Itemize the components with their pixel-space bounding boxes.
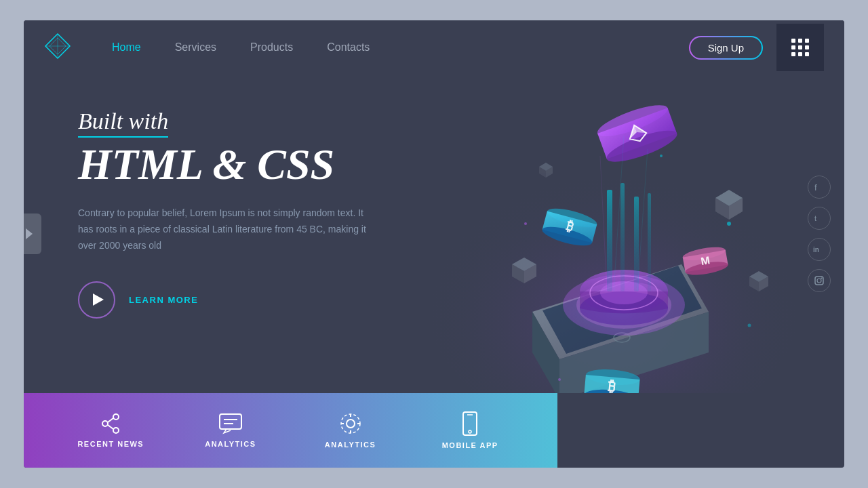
signup-button-wrapper[interactable]: Sign Up (689, 36, 763, 60)
svg-point-72 (347, 420, 355, 428)
built-with-label: Built with (78, 108, 168, 138)
svg-point-55 (748, 324, 751, 327)
chevron-right-icon (26, 228, 33, 239)
svg-point-53 (727, 222, 731, 226)
bottom-label-mobile: MOBILE APP (442, 441, 498, 449)
linkedin-icon[interactable]: in (808, 238, 831, 261)
svg-rect-16 (648, 193, 651, 291)
cta-row: LEARN MORE (78, 281, 417, 319)
learn-more-link[interactable]: LEARN MORE (129, 295, 198, 305)
svg-point-62 (817, 279, 821, 283)
built-with-text: Built with (78, 108, 417, 141)
nav-home[interactable]: Home (112, 41, 141, 54)
bottom-label-news: ANALYTICS (205, 440, 256, 448)
social-sidebar: f t in (808, 176, 831, 292)
prev-arrow-button[interactable] (24, 214, 41, 254)
signup-button[interactable]: Sign Up (690, 37, 762, 58)
hero-illustration: ₿ M ₿ (424, 75, 804, 393)
nav-services[interactable]: Services (175, 41, 216, 54)
nav-products[interactable]: Products (250, 41, 293, 54)
svg-text:₿: ₿ (608, 378, 616, 393)
play-button[interactable] (78, 281, 115, 319)
bottom-label-analytics: ANALYTICS (325, 441, 376, 449)
headline-text: HTML & CSS (78, 141, 417, 188)
logo[interactable] (44, 33, 112, 62)
bottom-items: RECENT NEWS ANALYTICS (51, 411, 530, 449)
bottom-label-share: RECENT NEWS (77, 440, 144, 448)
main-wrapper: Home Services Products Contacts Sign Up (24, 20, 844, 468)
svg-point-80 (469, 430, 471, 433)
svg-rect-13 (607, 190, 612, 291)
grid-dots-icon (791, 39, 809, 56)
bottom-item-mobile[interactable]: MOBILE APP (410, 411, 530, 449)
svg-line-68 (108, 425, 113, 429)
page-container: Home Services Products Contacts Sign Up (24, 20, 844, 468)
mobile-icon (462, 411, 478, 436)
svg-rect-69 (220, 414, 241, 429)
svg-text:f: f (814, 182, 817, 192)
chat-icon (218, 413, 243, 434)
nav-links: Home Services Products Contacts (112, 41, 689, 54)
bottom-item-share[interactable]: RECENT NEWS (51, 413, 171, 448)
navbar: Home Services Products Contacts Sign Up (24, 20, 844, 75)
twitter-icon[interactable]: t (808, 207, 831, 230)
svg-point-64 (102, 421, 108, 426)
svg-point-73 (341, 414, 360, 433)
svg-point-63 (821, 278, 823, 279)
facebook-icon[interactable]: f (808, 176, 831, 199)
svg-text:in: in (813, 246, 819, 253)
svg-rect-15 (634, 197, 639, 291)
svg-point-66 (113, 428, 119, 433)
hero-section: Built with HTML & CSS Contrary to popula… (24, 75, 844, 393)
svg-point-54 (524, 222, 527, 225)
share-icon (100, 413, 121, 434)
svg-rect-78 (463, 412, 477, 435)
svg-point-57 (660, 155, 663, 157)
bottom-bar: RECENT NEWS ANALYTICS (24, 393, 557, 468)
bottom-item-analytics[interactable]: ANALYTICS (290, 412, 410, 449)
svg-text:t: t (814, 214, 816, 222)
svg-point-65 (113, 414, 119, 420)
nav-right: Sign Up (689, 36, 763, 60)
instagram-icon[interactable] (808, 269, 831, 292)
svg-line-67 (108, 418, 113, 422)
bottom-item-news[interactable]: ANALYTICS (171, 413, 291, 448)
hero-content: Built with HTML & CSS Contrary to popula… (78, 95, 417, 393)
play-icon (93, 293, 104, 306)
svg-point-56 (558, 378, 561, 381)
nav-contacts[interactable]: Contacts (327, 41, 370, 54)
grid-menu-button[interactable] (776, 24, 824, 71)
svg-rect-14 (620, 183, 625, 291)
description-text: Contrary to popular belief, Lorem Ipsum … (78, 205, 376, 253)
settings-icon (339, 412, 362, 435)
